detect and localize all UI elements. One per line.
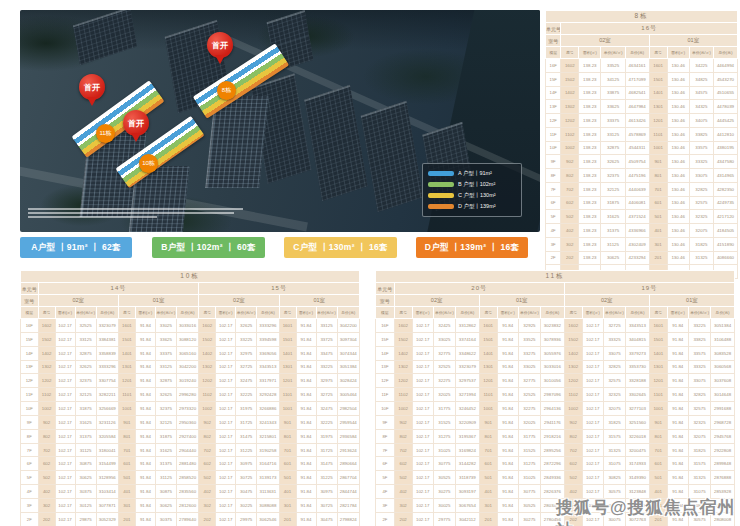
data-cell: 3190258 bbox=[257, 443, 279, 457]
column-header: 单价(元/㎡) bbox=[603, 307, 625, 319]
data-cell: 33025 bbox=[155, 319, 176, 333]
data-cell: 2858520 bbox=[176, 471, 198, 485]
data-cell: 33625 bbox=[601, 100, 625, 114]
data-cell: 130.46 bbox=[667, 141, 689, 155]
data-cell: 1102 bbox=[38, 388, 55, 402]
data-cell: 3060568 bbox=[711, 360, 735, 374]
data-cell: 1301 bbox=[479, 360, 497, 374]
floor-cell: 11F bbox=[376, 388, 395, 402]
data-cell: 702 bbox=[38, 443, 55, 457]
data-cell: 33525 bbox=[518, 332, 540, 346]
data-cell: 30725 bbox=[236, 471, 257, 485]
column-header: 房号 bbox=[394, 307, 412, 319]
data-cell: 102.17 bbox=[412, 319, 433, 333]
data-cell: 31375 bbox=[601, 224, 625, 238]
data-cell: 91.84 bbox=[497, 388, 518, 402]
data-cell: 3088088 bbox=[257, 498, 279, 512]
data-cell: 1301 bbox=[649, 360, 667, 374]
data-cell: 4371524 bbox=[625, 210, 649, 224]
data-cell: 31875 bbox=[75, 402, 96, 416]
data-cell: 102.17 bbox=[216, 485, 236, 499]
floor-cell: 5F bbox=[21, 471, 39, 485]
data-cell: 32125 bbox=[155, 415, 176, 429]
data-cell: 32325 bbox=[688, 415, 710, 429]
data-cell: 32275 bbox=[433, 374, 455, 388]
data-cell: 32525 bbox=[518, 388, 540, 402]
floor-cell: 6F bbox=[546, 196, 561, 210]
data-cell: 32825 bbox=[688, 388, 710, 402]
column-header: 总价(元) bbox=[257, 307, 279, 319]
data-cell: 31125 bbox=[75, 443, 96, 457]
data-cell: 1302 bbox=[564, 360, 582, 374]
data-cell: 138.23 bbox=[579, 182, 601, 196]
data-cell: 1601 bbox=[649, 319, 667, 333]
column-header: 面积(㎡) bbox=[412, 307, 433, 319]
data-cell: 3251560 bbox=[626, 415, 650, 429]
unit-type-legend: A 户型丨91m² B 户型丨102m² C 户型丨130m² D 户型丨139… bbox=[422, 163, 522, 217]
data-cell: 901 bbox=[649, 415, 667, 429]
data-cell: 32975 bbox=[236, 346, 257, 360]
room-number: 02室 bbox=[394, 295, 479, 307]
floor-cell: 15F bbox=[376, 332, 395, 346]
column-header: 单价(元/㎡) bbox=[601, 47, 625, 59]
data-cell: 91.84 bbox=[135, 360, 155, 374]
data-cell: 33375 bbox=[601, 114, 625, 128]
data-cell: 30875 bbox=[155, 485, 176, 499]
data-cell: 102.17 bbox=[412, 402, 433, 416]
floor-cell: 16F bbox=[21, 319, 39, 333]
data-cell: 91.84 bbox=[135, 374, 155, 388]
data-cell: 138.23 bbox=[579, 86, 601, 100]
data-cell: 31775 bbox=[433, 402, 455, 416]
data-cell: 31225 bbox=[316, 471, 337, 485]
data-cell: 31475 bbox=[316, 457, 337, 471]
column-header: 总价(元) bbox=[713, 47, 737, 59]
data-cell: 1601 bbox=[649, 59, 667, 73]
data-cell: 1201 bbox=[649, 374, 667, 388]
room-label: 室号 bbox=[546, 35, 561, 47]
room-label: 室号 bbox=[21, 295, 39, 307]
data-cell: 138.23 bbox=[579, 141, 601, 155]
column-header: 单价(元/㎡) bbox=[433, 307, 455, 319]
floor-cell: 6F bbox=[376, 457, 395, 471]
data-cell: 33325 bbox=[603, 332, 625, 346]
data-cell: 2918216 bbox=[541, 429, 565, 443]
data-cell: 902 bbox=[38, 415, 55, 429]
data-cell: 102.17 bbox=[582, 471, 603, 485]
column-header: 单价(元/㎡) bbox=[688, 307, 710, 319]
data-cell: 1602 bbox=[564, 319, 582, 333]
data-cell: 401 bbox=[279, 485, 296, 499]
data-cell: 3241343 bbox=[257, 415, 279, 429]
data-cell: 30275 bbox=[433, 485, 455, 499]
data-cell: 102.17 bbox=[55, 429, 75, 443]
data-cell: 102.17 bbox=[412, 429, 433, 443]
data-cell: 202 bbox=[199, 512, 216, 526]
data-cell: 32575 bbox=[688, 402, 710, 416]
data-cell: 2964136 bbox=[541, 402, 565, 416]
data-cell: 4302409 bbox=[625, 237, 649, 251]
data-cell: 701 bbox=[649, 182, 667, 196]
data-cell: 4347580 bbox=[713, 155, 737, 169]
floor-cell: 9F bbox=[21, 415, 39, 429]
data-cell: 32825 bbox=[603, 360, 625, 374]
data-cell: 2936584 bbox=[337, 429, 359, 443]
floor-cell: 3F bbox=[546, 237, 561, 251]
data-cell: 2950360 bbox=[176, 415, 198, 429]
data-cell: 1202 bbox=[394, 374, 412, 388]
data-cell: 4475196 bbox=[625, 169, 649, 183]
data-cell: 1501 bbox=[479, 332, 497, 346]
floor-cell: 7F bbox=[546, 182, 561, 196]
data-cell: 32925 bbox=[518, 319, 540, 333]
data-cell: 1001 bbox=[279, 402, 296, 416]
column-header: 房号 bbox=[649, 47, 667, 59]
data-cell: 2927400 bbox=[176, 429, 198, 443]
data-cell: 30225 bbox=[236, 498, 257, 512]
data-cell: 202 bbox=[561, 251, 579, 265]
data-cell: 1001 bbox=[649, 141, 667, 155]
data-cell: 32325 bbox=[689, 210, 713, 224]
column-header: 面积(㎡) bbox=[667, 307, 688, 319]
data-cell: 91.84 bbox=[497, 485, 518, 499]
data-cell: 3302645 bbox=[626, 388, 650, 402]
data-cell: 402 bbox=[38, 485, 55, 499]
data-cell: 702 bbox=[394, 443, 412, 457]
data-cell: 91.84 bbox=[135, 388, 155, 402]
